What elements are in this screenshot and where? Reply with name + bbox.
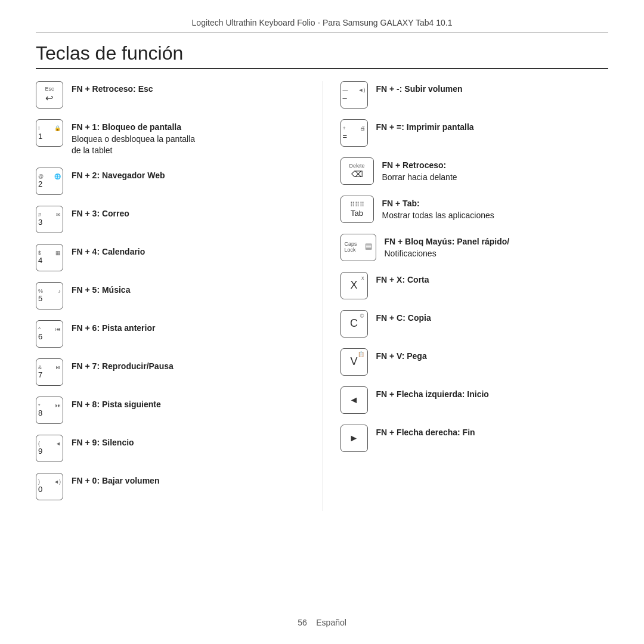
key-9-bottom: 9	[38, 447, 42, 456]
key-8-bottom: 8	[38, 408, 42, 418]
key-2: @ 🌐 2	[36, 168, 63, 195]
key-6-top-right: ⏮	[55, 326, 61, 333]
desc-1: FN + 1: Bloqueo de pantalla Bloquea o de…	[72, 119, 195, 157]
key-delete-symbol: ⌫	[351, 169, 363, 179]
key-caps-label: CapsLock	[345, 242, 357, 253]
page: Logitech Ultrathin Keyboard Folio - Para…	[0, 0, 644, 529]
key-5-top-right: ♪	[58, 288, 61, 295]
fn-row-minus: — ◄) – FN + -: Subir volumen	[340, 81, 609, 109]
fn-row-7: & ⏯ 7 FN + 7: Reproducir/Pausa	[36, 358, 304, 386]
desc-delete: FN + Retroceso:Borrar hacia delante	[382, 157, 457, 183]
key-7-top-right: ⏯	[55, 364, 61, 371]
header-title: Logitech Ultrathin Keyboard Folio - Para…	[36, 18, 608, 33]
section-title: Teclas de función	[36, 42, 608, 69]
fn-row-equals: + 🖨 = FN + =: Imprimir pantalla	[340, 119, 609, 147]
fn-row-5: % ♪ 5 FN + 5: Música	[36, 282, 304, 309]
key-5: % ♪ 5	[36, 282, 63, 309]
desc-3: FN + 3: Correo	[72, 206, 129, 220]
key-tab-icon: ⠿⠿⠿	[350, 201, 364, 209]
key-minus-top-right: ◄)	[358, 87, 366, 94]
key-0: ) ◄) 0	[36, 473, 63, 500]
key-3-bottom: 3	[38, 218, 42, 227]
key-8-top-right: ⏭	[55, 402, 61, 409]
fn-row-x: x X FN + X: Corta	[340, 272, 609, 299]
key-equals-bottom: =	[343, 132, 348, 141]
key-delete-label: Delete	[349, 163, 364, 169]
key-2-top-right: 🌐	[54, 174, 61, 180]
key-c-label: C	[350, 317, 358, 330]
content: Esc ↩ FN + Retroceso: Esc ! 🔒 1	[36, 81, 608, 511]
key-5-bottom: 5	[38, 294, 42, 304]
key-2-bottom: 2	[38, 179, 42, 189]
key-8-top-left: *	[38, 402, 41, 409]
desc-esc: FN + Retroceso: Esc	[72, 81, 153, 95]
left-arrow-icon: ◄	[349, 394, 359, 405]
fn-row-3: # ✉ 3 FN + 3: Correo	[36, 206, 304, 233]
key-7: & ⏯ 7	[36, 358, 63, 386]
key-8: * ⏭ 8	[36, 397, 63, 424]
desc-right: FN + Flecha derecha: Fin	[376, 425, 475, 439]
key-1: ! 🔒 1	[36, 119, 63, 147]
key-equals-top-right: 🖨	[360, 125, 366, 132]
desc-7: FN + 7: Reproducir/Pausa	[72, 358, 174, 373]
footer-language: Español	[316, 618, 346, 627]
key-9-top-left: (	[38, 441, 40, 447]
fn-row-6: ^ ⏮ 6 FN + 6: Pista anterior	[36, 320, 304, 348]
desc-6: FN + 6: Pista anterior	[72, 320, 155, 335]
fn-row-4: $ ▦ 4 FN + 4: Calendario	[36, 244, 304, 271]
key-esc: Esc ↩	[36, 81, 63, 109]
key-4-bottom: 4	[38, 256, 42, 265]
key-equals: + 🖨 =	[340, 119, 368, 147]
page-footer: 56 Español	[0, 618, 644, 627]
desc-minus: FN + -: Subir volumen	[376, 81, 463, 95]
fn-row-delete: Delete ⌫ FN + Retroceso:Borrar hacia del…	[340, 157, 609, 185]
key-0-top-right: ◄)	[54, 479, 61, 485]
key-minus-bottom: –	[343, 94, 347, 103]
fn-row-c: © C FN + C: Copia	[340, 310, 609, 338]
right-column: — ◄) – FN + -: Subir volumen + 🖨	[322, 81, 609, 511]
key-9-top-right: ◄	[55, 441, 61, 447]
right-arrow-icon: ►	[349, 432, 359, 444]
desc-v: FN + V: Pega	[376, 348, 427, 363]
fn-row-esc: Esc ↩ FN + Retroceso: Esc	[36, 81, 304, 109]
fn-row-caps: CapsLock ▤ FN + Bloq Mayús: Panel rápido…	[340, 234, 609, 261]
fn-row-8: * ⏭ 8 FN + 8: Pista siguiente	[36, 397, 304, 424]
desc-9: FN + 9: Silencio	[72, 435, 134, 449]
desc-c: FN + C: Copia	[376, 310, 431, 324]
key-caps-lock: CapsLock ▤	[340, 234, 376, 261]
fn-row-0: ) ◄) 0 FN + 0: Bajar volumen	[36, 473, 304, 500]
key-7-bottom: 7	[38, 370, 42, 380]
desc-tab: FN + Tab:Mostrar todas las aplicaciones	[382, 196, 494, 221]
key-c: © C	[340, 310, 368, 338]
desc-2: FN + 2: Navegador Web	[72, 168, 165, 182]
key-5-top-left: %	[38, 288, 43, 295]
key-tab: ⠿⠿⠿ Tab	[340, 196, 374, 223]
esc-label: Esc	[45, 86, 54, 92]
key-v: 📋 V	[340, 348, 368, 376]
key-minus: — ◄) –	[340, 81, 368, 109]
key-v-super: 📋	[358, 351, 364, 358]
key-3-top-left: #	[38, 212, 41, 218]
key-1-top-right: 🔒	[54, 125, 61, 132]
desc-left: FN + Flecha izquierda: Inicio	[376, 386, 489, 401]
key-3: # ✉ 3	[36, 206, 63, 233]
left-column: Esc ↩ FN + Retroceso: Esc ! 🔒 1	[36, 81, 322, 511]
key-6-top-left: ^	[38, 326, 41, 333]
key-1-top-left: !	[38, 125, 40, 132]
key-c-super: ©	[360, 313, 364, 320]
key-x: x X	[340, 272, 368, 299]
fn-row-2: @ 🌐 2 FN + 2: Navegador Web	[36, 168, 304, 195]
desc-4: FN + 4: Calendario	[72, 244, 145, 258]
key-delete: Delete ⌫	[340, 157, 374, 185]
fn-row-right: ► FN + Flecha derecha: Fin	[340, 425, 609, 452]
key-0-bottom: 0	[38, 485, 42, 494]
key-caps-icon: ▤	[365, 242, 372, 253]
key-4-top-left: $	[38, 250, 41, 256]
desc-caps: FN + Bloq Mayús: Panel rápido/Notificaci…	[385, 234, 510, 259]
key-right-arrow: ►	[340, 425, 368, 452]
page-number: 56	[298, 618, 307, 627]
key-minus-top-left: —	[343, 87, 348, 94]
esc-arrow-icon: ↩	[45, 92, 53, 104]
key-6-bottom: 6	[38, 332, 42, 342]
key-4: $ ▦ 4	[36, 244, 63, 271]
